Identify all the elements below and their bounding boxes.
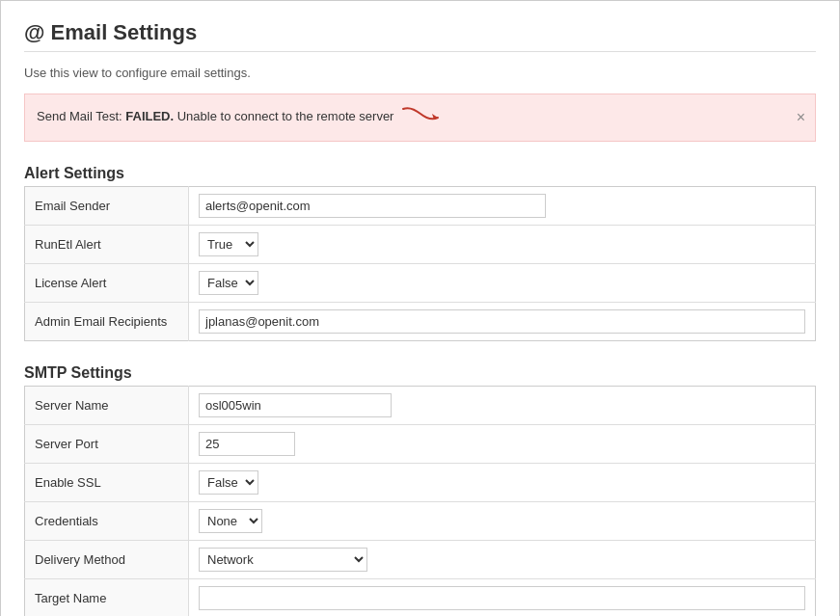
divider (24, 51, 816, 52)
page-title: @ Email Settings (24, 20, 816, 45)
page-container: @ Email Settings Use this view to config… (0, 0, 840, 616)
alert-close-button[interactable]: × (797, 109, 805, 126)
credentials-select[interactable]: None Basic NTLM (199, 509, 262, 533)
admin-email-input[interactable] (199, 309, 805, 334)
label-credentials: Credentials (25, 502, 189, 541)
delivery-method-select[interactable]: Network SpecifiedPickupDirectory PickupD… (199, 548, 367, 572)
label-admin-email: Admin Email Recipients (25, 303, 189, 341)
table-row: Enable SSL True False (25, 464, 816, 502)
table-row: License Alert True False (25, 264, 816, 303)
page-subtitle: Use this view to configure email setting… (24, 66, 816, 80)
label-server-port: Server Port (25, 425, 189, 464)
smtp-settings-table: Server Name Server Port Enable SSL True … (24, 386, 816, 616)
license-alert-select[interactable]: True False (199, 271, 258, 295)
table-row: Admin Email Recipients (25, 303, 816, 341)
server-name-input[interactable] (199, 393, 392, 417)
alert-box: Send Mail Test: FAILED. Unable to connec… (24, 94, 816, 142)
table-row: RunEtl Alert True False (25, 226, 816, 264)
label-license-alert: License Alert (25, 264, 189, 303)
table-row: Credentials None Basic NTLM (25, 502, 816, 541)
alert-bold: FAILED. (125, 109, 174, 123)
table-row: Server Port (25, 425, 816, 464)
server-port-input[interactable] (199, 432, 295, 456)
table-row: Target Name (25, 579, 816, 617)
alert-prefix: Send Mail Test: (37, 109, 125, 123)
smtp-settings-title: SMTP Settings (24, 359, 816, 386)
alert-settings-title: Alert Settings (24, 159, 816, 186)
table-row: Email Sender (25, 187, 816, 226)
target-name-input[interactable] (199, 586, 805, 610)
alert-text: Send Mail Test: FAILED. Unable to connec… (37, 109, 447, 123)
label-email-sender: Email Sender (25, 187, 189, 226)
label-target-name: Target Name (25, 579, 189, 617)
label-runetl-alert: RunEtl Alert (25, 226, 189, 264)
alert-settings-table: Email Sender RunEtl Alert True False Lic… (24, 186, 816, 341)
email-sender-input[interactable] (199, 194, 546, 218)
label-server-name: Server Name (25, 387, 189, 425)
arrow-icon (401, 104, 447, 131)
table-row: Server Name (25, 387, 816, 425)
runetl-alert-select[interactable]: True False (199, 232, 258, 256)
alert-suffix: Unable to connect to the remote server (174, 109, 393, 123)
enable-ssl-select[interactable]: True False (199, 470, 258, 495)
table-row: Delivery Method Network SpecifiedPickupD… (25, 541, 816, 579)
label-enable-ssl: Enable SSL (25, 464, 189, 502)
label-delivery-method: Delivery Method (25, 541, 189, 579)
